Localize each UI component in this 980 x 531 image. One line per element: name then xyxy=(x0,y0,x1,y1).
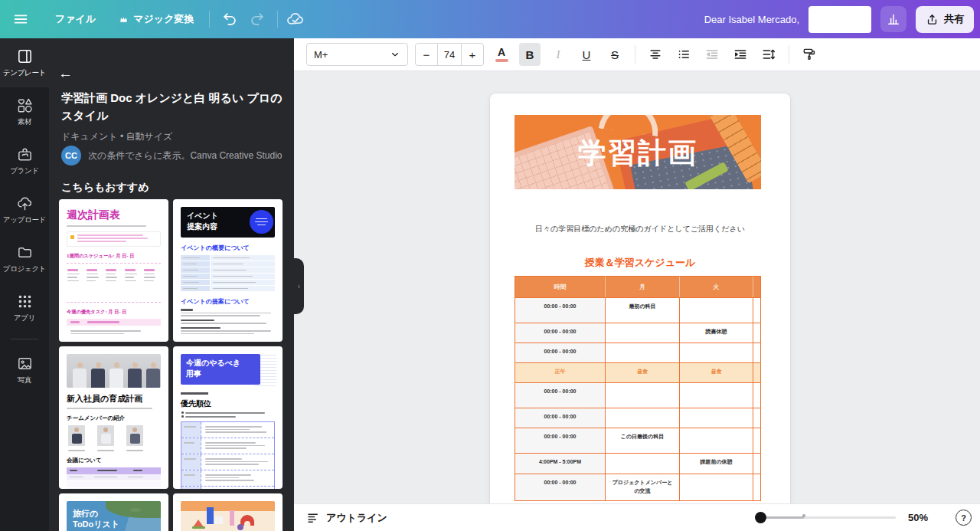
table-cell[interactable] xyxy=(753,363,761,382)
creator-avatar[interactable]: CC xyxy=(61,146,81,166)
document-section-heading[interactable]: 授業＆学習スケジュール xyxy=(490,256,790,270)
sidebar-item-brand[interactable]: ブランド xyxy=(0,136,49,185)
table-cell[interactable] xyxy=(680,428,753,453)
table-cell[interactable]: プロジェクトメンバーとの交流 xyxy=(606,474,680,501)
table-row[interactable]: 00:00 - 00:00 xyxy=(515,408,761,428)
magic-switch-button[interactable]: マジック変換 xyxy=(111,6,201,32)
help-button[interactable]: ? xyxy=(956,510,972,526)
outdent-button[interactable] xyxy=(701,43,723,66)
bullet-list-button[interactable] xyxy=(673,43,694,66)
panel-collapse-handle[interactable]: ‹ xyxy=(294,258,304,314)
table-row[interactable]: 00:00 - 00:00この日最後の科目 xyxy=(515,428,761,453)
table-cell[interactable] xyxy=(606,343,680,362)
hero-image[interactable]: 学習計画 xyxy=(514,115,761,189)
text-align-button[interactable] xyxy=(645,43,666,66)
sidebar-item-elements[interactable]: 素材 xyxy=(0,87,49,136)
table-cell[interactable] xyxy=(753,343,761,362)
line-spacing-button[interactable] xyxy=(758,43,779,66)
table-cell[interactable]: 課題前の休憩 xyxy=(680,454,753,474)
table-cell[interactable]: 昼食 xyxy=(606,363,680,382)
table-cell[interactable] xyxy=(606,454,680,474)
column-header-tuesday[interactable]: 火 xyxy=(680,277,753,297)
table-cell[interactable] xyxy=(606,408,680,428)
table-cell[interactable]: この日最後の科目 xyxy=(606,428,680,453)
template-thumbnail-shapes[interactable] xyxy=(173,493,283,531)
table-cell[interactable] xyxy=(606,383,680,408)
table-cell[interactable]: 昼食 xyxy=(680,363,753,382)
zoom-slider-thumb[interactable] xyxy=(755,512,766,523)
table-cell[interactable] xyxy=(680,343,753,362)
table-cell[interactable]: 00:00 - 00:00 xyxy=(515,343,606,362)
font-size-decrease-button[interactable]: − xyxy=(416,44,437,65)
undo-button[interactable] xyxy=(217,6,243,32)
italic-button[interactable]: I xyxy=(547,43,569,66)
table-cell[interactable]: 読書休憩 xyxy=(680,323,753,343)
table-cell[interactable] xyxy=(606,323,680,343)
document-hero-title[interactable]: 学習計画 xyxy=(514,134,761,172)
table-cell[interactable] xyxy=(753,408,761,428)
table-cell[interactable]: 00:00 - 00:00 xyxy=(515,323,606,343)
strikethrough-button[interactable]: S xyxy=(604,43,626,66)
document-page[interactable]: 学習計画 日々の学習目標のための究極のガイドとしてご活用ください 授業＆学習スケ… xyxy=(490,93,790,503)
indent-button[interactable] xyxy=(730,43,751,66)
table-cell[interactable]: 00:00 - 00:00 xyxy=(515,474,606,501)
table-cell[interactable] xyxy=(680,408,753,428)
zoom-level-value[interactable]: 50% xyxy=(908,512,928,523)
table-row[interactable]: 正午昼食昼食 xyxy=(515,362,761,382)
column-header-clipped[interactable] xyxy=(753,277,761,297)
outline-button[interactable]: アウトライン xyxy=(306,509,387,527)
table-cell[interactable]: 最初の科目 xyxy=(606,298,680,323)
back-button[interactable]: ← xyxy=(58,66,73,80)
template-thumbnail-weekly-plan[interactable]: 週次計画表 1週間のスケジュール: 月 日- 日 今週の優先タスク: 月 日- … xyxy=(59,199,168,342)
table-cell[interactable]: 4:00PM - 5:00PM xyxy=(515,454,606,474)
column-header-monday[interactable]: 月 xyxy=(606,277,680,297)
table-row[interactable]: 00:00 - 00:00読書休憩 xyxy=(515,323,761,343)
table-row[interactable]: 00:00 - 00:00 xyxy=(515,382,761,408)
table-cell[interactable]: 00:00 - 00:00 xyxy=(515,298,606,323)
table-cell[interactable] xyxy=(680,383,753,408)
table-cell[interactable] xyxy=(753,383,761,408)
table-cell[interactable] xyxy=(680,474,753,501)
redo-button[interactable] xyxy=(243,6,270,32)
column-header-time[interactable]: 時間 xyxy=(515,277,606,297)
table-cell[interactable] xyxy=(753,298,761,323)
font-size-increase-button[interactable]: + xyxy=(462,44,483,65)
table-cell[interactable] xyxy=(753,428,761,453)
font-size-value[interactable]: 74 xyxy=(437,44,462,65)
table-cell[interactable] xyxy=(753,454,761,474)
table-cell[interactable]: 00:00 - 00:00 xyxy=(515,408,606,428)
table-cell[interactable] xyxy=(753,323,761,343)
format-painter-button[interactable] xyxy=(799,43,820,66)
thumb-photo: 旅行の ToDoリスト xyxy=(67,501,161,531)
table-cell[interactable]: 正午 xyxy=(515,363,606,382)
sidebar-item-projects[interactable]: プロジェクト xyxy=(0,234,49,284)
topbar-white-box[interactable] xyxy=(808,6,871,33)
font-family-select[interactable]: M+ xyxy=(306,43,408,66)
sidebar-item-templates[interactable]: テンプレート xyxy=(0,38,49,87)
document-description[interactable]: 日々の学習目標のための究極のガイドとしてご活用ください xyxy=(490,224,790,234)
table-cell[interactable]: 00:00 - 00:00 xyxy=(515,428,606,453)
sidebar-item-apps[interactable]: アプリ xyxy=(0,284,49,333)
bold-button[interactable]: B xyxy=(519,43,541,66)
template-thumbnail-event-proposal[interactable]: イベント 提案内容 イベントの概要について イベントの提案について xyxy=(173,199,283,342)
table-cell[interactable]: 00:00 - 00:00 xyxy=(515,383,606,408)
table-cell[interactable] xyxy=(680,298,753,323)
text-color-button[interactable]: A xyxy=(491,43,512,66)
table-row[interactable]: 00:00 - 00:00プロジェクトメンバーとの交流 xyxy=(515,474,761,501)
table-row[interactable]: 4:00PM - 5:00PM課題前の休憩 xyxy=(515,453,761,474)
sidebar-item-uploads[interactable]: アップロード xyxy=(0,185,49,234)
table-row[interactable]: 00:00 - 00:00 xyxy=(515,343,761,362)
template-thumbnail-weekly-todo[interactable]: 今週のやるべき 用事 優先順位 xyxy=(173,346,283,489)
editor-canvas[interactable]: ‹ 学習計画 日々の学習目標のための究極のガイドとしてご活用ください 授業＆学習… xyxy=(294,71,980,503)
file-menu-button[interactable]: ファイル xyxy=(47,6,103,32)
main-menu-button[interactable] xyxy=(8,6,34,32)
sidebar-item-photos[interactable]: 写真 xyxy=(0,346,49,395)
schedule-table[interactable]: 時間 月 火 00:00 - 00:00最初の科目00:00 - 00:00読書… xyxy=(514,276,761,501)
table-cell[interactable] xyxy=(753,474,761,501)
share-button[interactable]: 共有 xyxy=(916,6,974,33)
insights-button[interactable] xyxy=(880,6,906,32)
template-thumbnail-travel-todo[interactable]: 旅行の ToDoリスト xyxy=(59,493,168,531)
underline-button[interactable]: U xyxy=(576,43,597,66)
table-row[interactable]: 00:00 - 00:00最初の科目 xyxy=(515,297,761,323)
template-thumbnail-onboarding-plan[interactable]: 新入社員の育成計画 チームメンバーの紹介 会議について xyxy=(59,346,168,489)
